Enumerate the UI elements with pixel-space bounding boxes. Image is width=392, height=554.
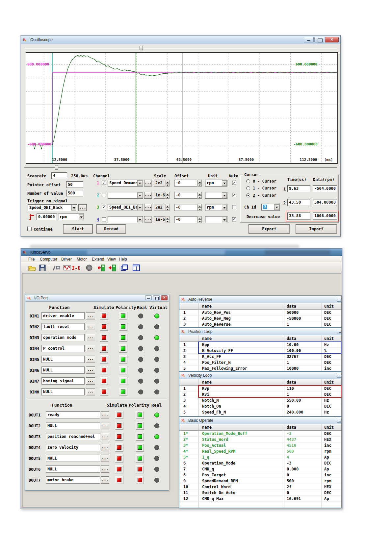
din-polarity-button[interactable] <box>119 366 127 374</box>
channel-unit-combo[interactable] <box>205 216 227 223</box>
basic-operate-titlebar[interactable]: Rs Basic Operate <box>179 417 341 424</box>
din-simulate-button[interactable] <box>100 312 108 320</box>
offset-spinner[interactable] <box>198 180 202 187</box>
channel-signal-combo[interactable]: Speed_Demand_ <box>108 180 143 187</box>
dout-polarity-button[interactable] <box>136 454 144 463</box>
open-file-icon[interactable] <box>28 264 36 272</box>
chevron-down-icon[interactable] <box>274 204 279 210</box>
minimize-button[interactable] <box>145 295 152 300</box>
din-browse-button[interactable]: ... <box>86 345 95 352</box>
slider-thumb[interactable] <box>55 165 58 170</box>
channel-enable-checkbox[interactable] <box>102 205 106 209</box>
din-function-field[interactable]: NULL <box>41 356 85 363</box>
din-polarity-button[interactable] <box>119 334 127 342</box>
table-row[interactable]: 5Speed_Fb_N240.000Hz <box>179 409 341 415</box>
minimize-button[interactable] <box>304 37 314 42</box>
auto-reverse-titlebar[interactable]: Rs Auto Reverse <box>179 296 341 303</box>
offset-spinner[interactable] <box>198 204 202 211</box>
table-row[interactable]: 3Auto_Reverse1DEC <box>179 321 341 327</box>
dout-function-field[interactable]: ready <box>46 411 100 418</box>
din-function-field[interactable]: P control <box>41 345 85 352</box>
save-file-icon[interactable] <box>38 264 47 272</box>
import-button[interactable]: Import <box>296 224 337 234</box>
din-browse-button[interactable]: ... <box>86 366 95 374</box>
chevron-down-icon[interactable] <box>79 214 84 219</box>
din-polarity-button[interactable] <box>119 323 127 331</box>
table-row[interactable]: 8Pos_Target0inc <box>179 472 341 478</box>
menu-computer[interactable]: Computer <box>39 257 59 262</box>
channel-auto-checkbox[interactable] <box>232 181 236 185</box>
table-row[interactable]: 6Operation_Mode-3DEC <box>179 460 341 466</box>
chevron-down-icon[interactable] <box>137 180 142 186</box>
close-button[interactable] <box>161 295 168 300</box>
dout-function-field[interactable]: zero velocity <box>46 444 100 451</box>
scale-spinner[interactable] <box>166 192 170 199</box>
channel-scale-input[interactable]: 1e-6 <box>154 216 165 223</box>
object-dictionary-icon[interactable] <box>132 264 141 272</box>
dout-browse-button[interactable]: ... <box>101 422 109 429</box>
table-row[interactable]: 3Notch_N550.00Hz <box>179 397 341 403</box>
din-browse-button[interactable]: ... <box>86 356 95 363</box>
table-row[interactable]: 4*Real_Speed_RPM500rpm <box>179 448 341 454</box>
channel-offset-input[interactable]: -0 <box>174 204 197 211</box>
channel-enable-checkbox[interactable] <box>102 193 106 197</box>
minimize-button[interactable] <box>337 297 342 302</box>
din-simulate-button[interactable] <box>100 388 108 396</box>
din-simulate-button[interactable] <box>100 377 108 385</box>
minimize-button[interactable] <box>337 418 342 423</box>
offset-spinner[interactable] <box>198 192 202 199</box>
din-simulate-button[interactable] <box>100 355 108 364</box>
dout-function-field[interactable]: position reached+vel <box>46 433 100 440</box>
channel-signal-combo[interactable] <box>108 216 143 223</box>
din-function-field[interactable]: NULL <box>41 388 85 395</box>
dout-simulate-button[interactable] <box>115 443 123 452</box>
table-row[interactable]: 7CMD_q0.000Ap <box>179 466 341 472</box>
dout-browse-button[interactable]: ... <box>101 455 109 462</box>
maximize-button[interactable] <box>314 37 324 42</box>
dout-polarity-button[interactable] <box>136 433 144 441</box>
cursor1-time-field[interactable]: 9.63 <box>287 185 310 192</box>
trigger-level-input[interactable]: 0.00000 <box>37 214 57 220</box>
read-driver-icon[interactable] <box>97 264 106 272</box>
channel-signal-combo[interactable] <box>108 192 143 199</box>
din-function-field[interactable]: operation mode <box>41 334 85 341</box>
table-row[interactable]: 2Kvi1DEC <box>179 391 341 397</box>
channel-auto-checkbox[interactable] <box>232 193 236 197</box>
chevron-down-icon[interactable] <box>222 180 227 186</box>
din-function-field[interactable]: driver enable <box>41 312 85 319</box>
dout-simulate-button[interactable] <box>115 465 123 473</box>
scale-spinner[interactable] <box>166 180 170 187</box>
cursor2-data-field[interactable]: 504.00000 <box>313 199 337 206</box>
dout-polarity-button[interactable] <box>136 422 144 430</box>
din-polarity-button[interactable] <box>119 388 127 396</box>
channel-scale-input[interactable]: 2e2 <box>154 180 165 187</box>
velocity-loop-titlebar[interactable]: Rs Velocity Loop <box>179 372 341 379</box>
din-polarity-button[interactable] <box>119 312 127 320</box>
chevron-down-icon[interactable] <box>137 217 142 222</box>
motor-icon[interactable] <box>85 264 93 272</box>
scale-spinner[interactable] <box>166 216 170 223</box>
menu-driver[interactable]: Driver <box>60 257 73 262</box>
din-polarity-button[interactable] <box>119 355 127 364</box>
dout-browse-button[interactable]: ... <box>101 476 109 484</box>
din-function-field[interactable]: homing signal <box>41 377 85 385</box>
scope-plot[interactable]: 600.000000 -600.000000 600.000000 -600.0… <box>26 52 338 164</box>
channel-browse-button[interactable]: ... <box>144 192 152 199</box>
io-port-icon[interactable]: I-0 <box>71 264 80 272</box>
table-row[interactable]: 2*Status_Word4437HEX <box>179 437 341 442</box>
oscilloscope-icon[interactable] <box>63 264 71 272</box>
channel-unit-combo[interactable] <box>205 192 227 199</box>
reread-button[interactable]: Reread <box>96 224 126 234</box>
din-simulate-button[interactable] <box>100 344 108 353</box>
chevron-down-icon[interactable] <box>71 205 76 211</box>
window-cascade-icon[interactable] <box>120 264 129 272</box>
channel-scale-input[interactable]: 2e2 <box>154 204 165 211</box>
cursor2-radio[interactable] <box>246 193 250 197</box>
dout-browse-button[interactable]: ... <box>101 466 109 473</box>
table-row[interactable]: 1Auto_Rev_Pos50000DEC <box>179 310 341 315</box>
trigger-browse-button[interactable]: ... <box>78 204 87 211</box>
write-driver-icon[interactable] <box>108 264 117 272</box>
channel-offset-input[interactable]: -0 <box>174 180 197 187</box>
communication-icon[interactable] <box>52 264 61 272</box>
chevron-down-icon[interactable] <box>137 205 142 210</box>
